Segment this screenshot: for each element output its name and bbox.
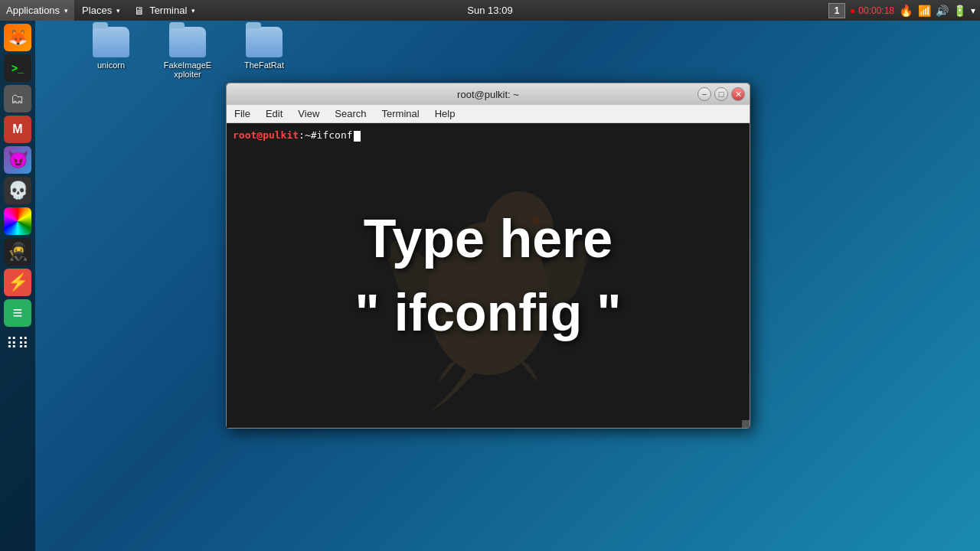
record-time-value: 00:00:18	[858, 5, 894, 16]
applications-label: Applications	[6, 5, 60, 16]
dock-terminal[interactable]: >_	[4, 54, 31, 82]
terminal-scrollbar[interactable]	[742, 420, 750, 428]
terminal-title: root@pulkit: ~	[457, 89, 519, 100]
record-dot-icon: ●	[850, 5, 855, 16]
folder-icon-thefatrat	[246, 27, 283, 57]
desktop-icon-thefatrat[interactable]: TheFatRat	[237, 27, 291, 79]
places-label: Places	[82, 5, 112, 16]
volume-icon: 🔊	[936, 5, 949, 17]
icon-label-fakeimage: FakeImageExploiter	[164, 60, 211, 79]
folder-icon-fakeimage	[169, 27, 206, 57]
taskbar-left: Applications ▾ Places ▾ 🖥 Terminal ▾	[0, 0, 201, 21]
menu-file[interactable]: File	[227, 105, 258, 123]
places-menu[interactable]: Places ▾	[76, 0, 126, 21]
taskbar: Applications ▾ Places ▾ 🖥 Terminal ▾ Sun…	[0, 0, 980, 21]
menu-help[interactable]: Help	[427, 105, 463, 123]
dock: 🦊 >_ 🗂 M 😈 💀 🥷 ⚡ ≡ ⠿⠿	[0, 21, 35, 551]
prompt-user: root@pulkit	[233, 129, 299, 141]
desktop-icons: unicorn FakeImageExploiter TheFatRat	[84, 27, 291, 79]
dock-color[interactable]	[4, 207, 31, 235]
prompt-path: :~	[299, 129, 311, 141]
window-controls: − □ ✕	[697, 87, 745, 101]
menu-view[interactable]: View	[290, 105, 327, 123]
taskbar-clock: Sun 13:09	[467, 5, 512, 16]
terminal-titlebar[interactable]: root@pulkit: ~ − □ ✕	[227, 83, 750, 105]
dropdown-icon[interactable]: ▾	[971, 5, 975, 16]
close-button[interactable]: ✕	[731, 87, 745, 101]
cursor	[354, 131, 361, 142]
taskbar-right: 1 ● 00:00:18 🔥 📶 🔊 🔋 ▾	[828, 3, 980, 18]
terminal-chevron-icon: ▾	[191, 7, 195, 15]
desktop-icon-fakeimage[interactable]: FakeImageExploiter	[161, 27, 214, 79]
dock-firefox[interactable]: 🦊	[4, 24, 31, 51]
minimize-button[interactable]: −	[697, 87, 711, 101]
folder-icon-unicorn	[93, 27, 129, 57]
icon-label-unicorn: unicorn	[97, 60, 125, 70]
dock-files[interactable]: 🗂	[4, 85, 31, 112]
maximize-button[interactable]: □	[714, 87, 728, 101]
wifi-icon: 📶	[918, 5, 931, 17]
terminal-body[interactable]: root@pulkit :~ # ifconf Type here " ifco…	[227, 123, 750, 428]
terminal-label: Terminal	[149, 5, 187, 16]
clock-time: Sun 13:09	[467, 5, 512, 16]
applications-menu[interactable]: Applications ▾	[0, 0, 74, 21]
workspace-badge[interactable]: 1	[828, 3, 845, 18]
prompt-command: ifconf	[317, 129, 361, 142]
applications-chevron-icon: ▾	[64, 7, 68, 15]
dock-green[interactable]: ≡	[4, 299, 31, 327]
menu-search[interactable]: Search	[327, 105, 374, 123]
menu-edit[interactable]: Edit	[258, 105, 290, 123]
flame-icon: 🔥	[899, 4, 913, 18]
desktop-icon-unicorn[interactable]: unicorn	[84, 27, 138, 79]
dock-email[interactable]: M	[4, 116, 31, 143]
overlay-line2: " ifconfig "	[253, 284, 724, 341]
menu-terminal[interactable]: Terminal	[374, 105, 427, 123]
places-chevron-icon: ▾	[116, 7, 120, 15]
terminal-menu[interactable]: 🖥 Terminal ▾	[128, 0, 201, 21]
battery-icon: 🔋	[953, 5, 966, 17]
record-time: ● 00:00:18	[850, 5, 894, 16]
prompt-line: root@pulkit :~ # ifconf	[233, 129, 743, 142]
prompt-symbol: #	[311, 129, 317, 141]
dock-ninja[interactable]: 🥷	[4, 238, 31, 266]
dock-face1[interactable]: 😈	[4, 146, 31, 174]
dock-flash[interactable]: ⚡	[4, 269, 31, 296]
overlay-text: Type here " ifconfig "	[253, 210, 724, 341]
terminal-window: root@pulkit: ~ − □ ✕ File Edit View Sear…	[226, 83, 750, 429]
dock-apps[interactable]: ⠿⠿	[4, 330, 31, 357]
terminal-menubar: File Edit View Search Terminal Help	[227, 105, 750, 123]
icon-label-thefatrat: TheFatRat	[244, 60, 284, 70]
terminal-icon: 🖥	[134, 5, 145, 17]
overlay-line1: Type here	[253, 210, 724, 269]
dock-skull[interactable]: 💀	[4, 177, 31, 204]
